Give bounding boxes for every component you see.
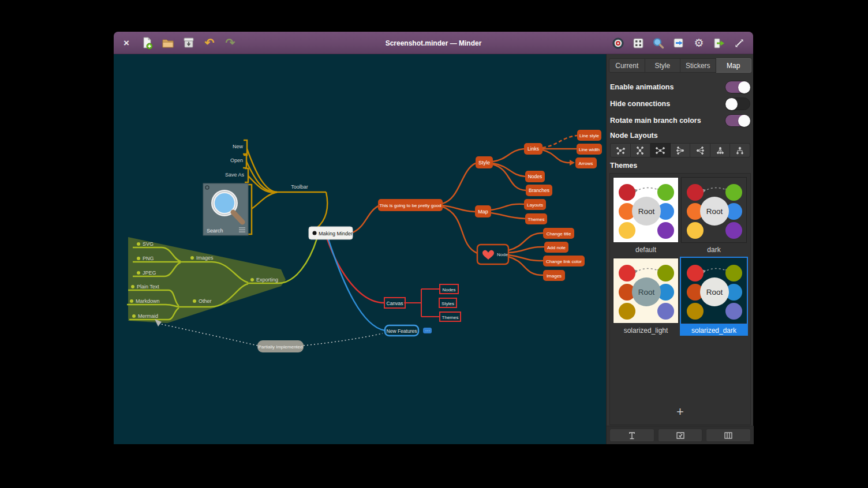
svg-text:This is going to be pretty goo: This is going to be pretty good [379, 203, 441, 208]
save-button[interactable] [181, 35, 197, 51]
orange-branch-nodes: This is going to be pretty good Style Ma… [378, 130, 602, 281]
node-map[interactable]: Map [475, 205, 491, 217]
node-new[interactable]: New [233, 144, 244, 149]
node-change-title[interactable]: Change title [543, 228, 574, 239]
tab-map[interactable]: Map [716, 58, 752, 73]
columns-button[interactable] [706, 429, 751, 442]
balance-nodes-button[interactable] [609, 429, 654, 442]
node-toolbar[interactable]: Toolbar [291, 184, 308, 190]
node-png[interactable]: PNG [143, 256, 154, 261]
node-line-width[interactable]: Line width [577, 144, 602, 155]
tab-current[interactable]: Current [609, 58, 645, 73]
redo-button[interactable]: ↷ [222, 35, 238, 51]
node-canvas-themes[interactable]: Themes [440, 312, 461, 321]
add-theme-button[interactable]: + [663, 404, 698, 420]
node-root[interactable]: Making Minder [309, 227, 353, 239]
node-exporting[interactable]: Exporting [256, 277, 278, 283]
svg-text:Partially Implemented: Partially Implemented [259, 344, 303, 350]
undo-button[interactable]: ↶ [201, 35, 218, 51]
node-arrows[interactable]: Arrows [575, 157, 597, 168]
node-new-features[interactable]: New Features [385, 325, 418, 336]
layout-vertical-button[interactable] [631, 143, 651, 157]
node-branches[interactable]: Branches [526, 185, 552, 196]
node-canvas[interactable]: Canvas [384, 298, 405, 308]
svg-text:Links: Links [527, 146, 539, 152]
theme-dark[interactable]: Root dark [680, 176, 748, 255]
open-button[interactable] [160, 35, 176, 51]
svg-text:Themes: Themes [528, 217, 545, 222]
save-icon [182, 36, 196, 50]
svg-text:Line width: Line width [579, 147, 600, 152]
node-pretty-good[interactable]: This is going to be pretty good [378, 199, 443, 211]
svg-text:Styles: Styles [442, 301, 454, 306]
rotate-branch-colors-toggle[interactable] [725, 114, 750, 127]
layout-vertical-icon [634, 146, 646, 155]
theme-solarized-light[interactable]: Root solarized_light [612, 257, 680, 336]
theme-default[interactable]: Root default [612, 176, 680, 255]
node-line-style[interactable]: Line style [577, 130, 601, 141]
close-icon: × [124, 38, 129, 48]
layout-tree-button[interactable] [730, 143, 750, 157]
focus-mode-button[interactable] [610, 35, 626, 51]
collapsed-children-badge[interactable]: ⋯ [423, 328, 432, 333]
svg-text:Canvas: Canvas [387, 301, 403, 306]
mindmap-canvas[interactable]: Exporting Images Other SVG PNG JPEG Plai… [114, 54, 606, 444]
connection-note[interactable]: Partially Implemented [257, 340, 304, 352]
layout-left-button[interactable] [671, 143, 691, 157]
node-links[interactable]: Links [524, 143, 542, 155]
node-style-nodes[interactable]: Nodes [525, 171, 545, 182]
enable-animations-toggle[interactable] [725, 81, 750, 93]
node-mermaid[interactable]: Mermaid [138, 313, 158, 319]
svg-text:Layouts: Layouts [527, 202, 543, 208]
layout-horizontal-button[interactable] [650, 143, 671, 157]
node-images[interactable]: Images [196, 255, 214, 261]
node-svg[interactable]: SVG [143, 241, 154, 247]
theme-root-node: Root [700, 277, 729, 306]
node-themes[interactable]: Themes [525, 213, 547, 224]
node-markdown[interactable]: Markdown [136, 298, 160, 304]
node-style[interactable]: Style [476, 156, 493, 168]
share-export-button[interactable] [711, 35, 727, 51]
theme-swatch [687, 303, 704, 320]
layout-right-button[interactable] [690, 143, 710, 157]
node-layouts[interactable]: Layouts [524, 199, 546, 210]
tab-stickers[interactable]: Stickers [680, 58, 716, 73]
new-document-icon [140, 36, 154, 50]
close-button[interactable]: × [118, 35, 134, 51]
theme-swatch [725, 184, 742, 201]
node-node[interactable]: Node [477, 245, 508, 264]
svg-text:Making Minder: Making Minder [319, 231, 353, 237]
node-save-as[interactable]: Save As [225, 172, 245, 178]
node-node-images[interactable]: Images [543, 270, 565, 281]
layout-down-icon [714, 146, 726, 155]
sidebar-bottom-bar [607, 426, 754, 444]
node-add-note[interactable]: Add note [544, 242, 568, 253]
layout-right-icon [694, 146, 706, 155]
theme-solarized-dark[interactable]: Root solarized_dark [680, 257, 748, 336]
theme-swatch [619, 184, 635, 201]
zoom-button[interactable] [650, 35, 667, 51]
node-plain-text[interactable]: Plain Text [137, 284, 159, 290]
layout-down-button[interactable] [710, 143, 731, 157]
node-canvas-styles[interactable]: Styles [439, 298, 457, 307]
notes-button[interactable] [658, 429, 703, 442]
export-image-button[interactable] [671, 35, 687, 51]
node-search[interactable]: Search [203, 183, 248, 235]
node-open[interactable]: Open [230, 157, 243, 163]
node-change-link-color[interactable]: Change link color [543, 256, 585, 266]
map-overview-button[interactable] [630, 35, 646, 51]
node-jpeg[interactable]: JPEG [143, 270, 156, 276]
sidebar: Current Style Stickers Map Enable animat… [606, 54, 753, 444]
theme-swatch [619, 303, 635, 320]
settings-button[interactable]: ⚙ [691, 35, 707, 51]
fullscreen-icon [734, 37, 745, 49]
hide-connections-toggle[interactable] [725, 97, 750, 110]
layout-manual-button[interactable] [610, 143, 631, 157]
hide-connections-label: Hide connections [610, 100, 670, 108]
node-other[interactable]: Other [199, 298, 212, 304]
tab-style[interactable]: Style [645, 58, 681, 73]
new-document-button[interactable] [139, 35, 155, 51]
themes-heading: Themes [610, 162, 637, 170]
node-canvas-nodes[interactable]: Nodes [440, 284, 458, 294]
fullscreen-button[interactable] [731, 35, 747, 51]
